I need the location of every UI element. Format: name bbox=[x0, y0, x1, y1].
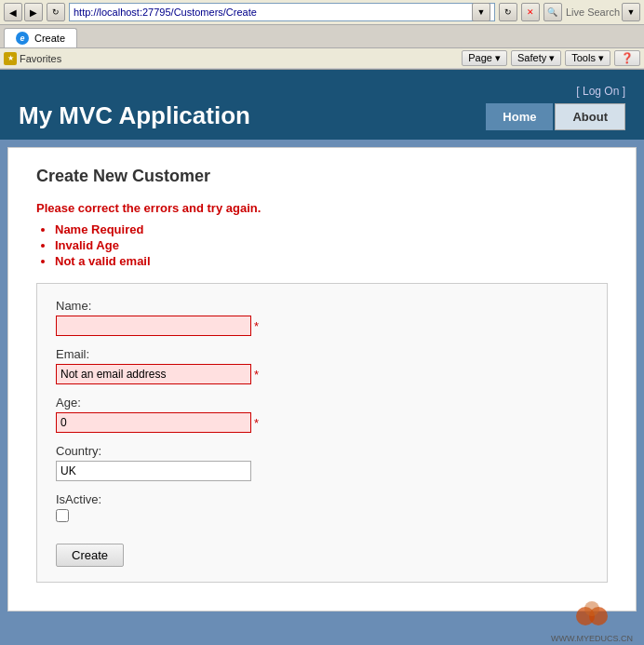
name-input[interactable] bbox=[56, 316, 251, 336]
search-submit-button[interactable]: 🔍 bbox=[543, 3, 562, 21]
page-menu[interactable]: Page ▾ bbox=[462, 50, 507, 66]
error-item-2: Not a valid email bbox=[55, 254, 608, 268]
app-title: My MVC Application bbox=[19, 101, 250, 130]
forward-button[interactable]: ▶ bbox=[24, 3, 43, 21]
login-link[interactable]: [ Log On ] bbox=[576, 85, 625, 98]
favorites-button[interactable]: ★ Favorites bbox=[4, 52, 61, 65]
name-field-group: Name: * bbox=[56, 299, 588, 336]
error-summary: Please correct the errors and try again.… bbox=[36, 201, 608, 268]
name-required-star: * bbox=[254, 319, 259, 333]
favorites-label: Favorites bbox=[20, 53, 61, 64]
email-label: Email: bbox=[56, 347, 588, 361]
home-nav-button[interactable]: Home bbox=[486, 103, 553, 130]
age-field-group: Age: * bbox=[56, 396, 588, 433]
go-button[interactable]: ▼ bbox=[472, 3, 490, 21]
email-field-group: Email: * bbox=[56, 347, 588, 384]
email-input[interactable] bbox=[56, 364, 251, 384]
isactive-checkbox[interactable] bbox=[56, 509, 69, 522]
favorites-icon: ★ bbox=[4, 52, 17, 65]
about-nav-button[interactable]: About bbox=[555, 103, 625, 130]
refresh-page-button[interactable]: ↻ bbox=[499, 3, 517, 21]
live-search-label: Live Search bbox=[566, 7, 620, 18]
error-list: Name Required Invalid Age Not a valid em… bbox=[36, 222, 608, 268]
refresh-button[interactable]: ↻ bbox=[47, 3, 65, 21]
form-container: Name: * Email: * Age: * bbox=[36, 283, 608, 583]
svg-point-2 bbox=[584, 601, 599, 616]
tools-menu[interactable]: Tools ▾ bbox=[565, 50, 610, 66]
name-label: Name: bbox=[56, 299, 588, 313]
age-required-star: * bbox=[254, 416, 259, 430]
address-text: http://localhost:27795/Customers/Create bbox=[74, 7, 472, 18]
tab-title: Create bbox=[34, 33, 65, 44]
country-input[interactable] bbox=[56, 461, 251, 481]
tab-icon: e bbox=[16, 32, 29, 45]
safety-menu[interactable]: Safety ▾ bbox=[511, 50, 561, 66]
form-title: Create New Customer bbox=[36, 167, 608, 186]
error-item-1: Invalid Age bbox=[55, 238, 608, 252]
back-button[interactable]: ◀ bbox=[4, 3, 22, 21]
address-bar[interactable]: http://localhost:27795/Customers/Create … bbox=[69, 3, 495, 21]
age-label: Age: bbox=[56, 396, 588, 410]
age-input[interactable] bbox=[56, 412, 251, 433]
help-menu[interactable]: ❓ bbox=[614, 50, 640, 66]
error-summary-title: Please correct the errors and try again. bbox=[36, 201, 608, 215]
country-field-group: Country: bbox=[56, 444, 588, 481]
stop-button[interactable]: ✕ bbox=[521, 3, 540, 21]
isactive-label: IsActive: bbox=[56, 492, 588, 506]
email-required-star: * bbox=[254, 368, 259, 382]
create-button[interactable]: Create bbox=[56, 544, 124, 567]
isactive-field-group: IsActive: bbox=[56, 492, 588, 525]
search-options-button[interactable]: ▼ bbox=[622, 3, 640, 21]
country-label: Country: bbox=[56, 444, 588, 458]
watermark: WWW.MYEDUCS.CN bbox=[551, 599, 633, 643]
error-item-0: Name Required bbox=[55, 222, 608, 236]
browser-tab[interactable]: e Create bbox=[4, 28, 77, 47]
